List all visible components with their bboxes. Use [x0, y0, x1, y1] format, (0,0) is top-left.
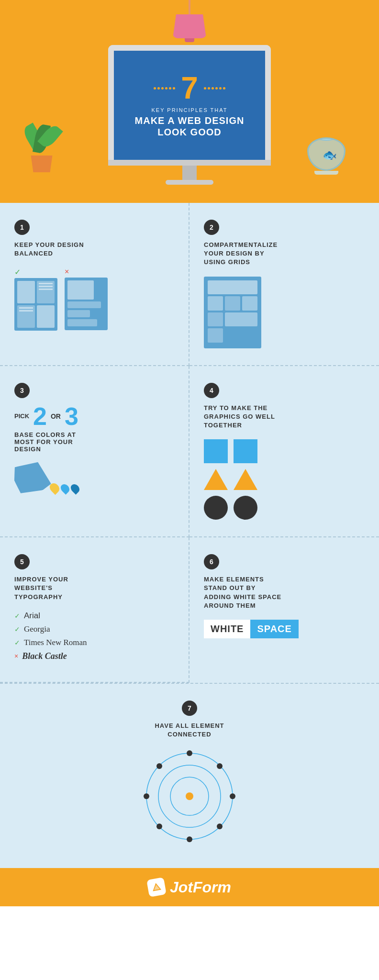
- line: [19, 307, 33, 309]
- monitor-screen: 7 KEY PRINCIPLES THAT MAKE A WEB DESIGNL…: [108, 45, 271, 160]
- dot: [208, 87, 210, 89]
- dot: [157, 87, 160, 89]
- dot: [169, 87, 171, 89]
- lamp-decoration: [173, 0, 206, 42]
- monitor-stand: [108, 160, 271, 166]
- svg-point-7: [144, 793, 149, 799]
- dot: [219, 87, 222, 89]
- line: [39, 289, 53, 290]
- plant-leaves: [29, 124, 55, 153]
- hero-number: 7: [181, 73, 198, 103]
- grid-block: [208, 280, 257, 295]
- monitor-neck: [182, 166, 197, 180]
- good-mockup: [14, 278, 57, 331]
- step-4-title: TRY TO MAKE THEGRAPHICS GO WELLTOGETHER: [204, 404, 365, 430]
- drop-blue2: [69, 482, 81, 494]
- grid-block: [242, 296, 257, 311]
- bowl-body: 🐟: [307, 137, 346, 171]
- step-1-title: KEEP YOUR DESIGNBALANCED: [14, 241, 174, 258]
- monitor-illustration: 7 KEY PRINCIPLES THAT MAKE A WEB DESIGNL…: [108, 45, 271, 185]
- good-layout: ✓: [14, 267, 57, 331]
- fish-icon: 🐟: [323, 148, 337, 162]
- num-2: 2: [33, 404, 47, 429]
- shapes-illustration: [204, 439, 256, 520]
- step-6-number: 6: [204, 554, 219, 569]
- hero-title: MAKE A WEB DESIGNLOOK GOOD: [135, 115, 245, 138]
- font-name-georgia: Georgia: [24, 624, 50, 634]
- shape-circle-2: [234, 496, 257, 520]
- monitor-foot: [166, 180, 213, 185]
- fishbowl-decoration: 🐟: [307, 137, 346, 175]
- footer: JotForm: [0, 868, 379, 906]
- font-item-georgia: ✓ Georgia: [14, 624, 174, 634]
- step-2-title: COMPARTMENTALIZEYOUR DESIGN BYUSING GRID…: [204, 241, 365, 267]
- font-item-times: ✓ Times New Roman: [14, 638, 174, 647]
- check-mark: ✓: [14, 267, 57, 277]
- step-3-number: 3: [14, 383, 30, 398]
- block: [37, 281, 55, 303]
- hero-section: 🐟 7: [0, 0, 379, 201]
- jotform-logo: JotForm: [148, 879, 231, 896]
- or-label: OR: [51, 412, 61, 420]
- font-list: ✓ Arial ✓ Georgia ✓ Times New Roman × Bl…: [14, 611, 174, 661]
- shape-square-2: [234, 439, 257, 463]
- dot: [215, 87, 218, 89]
- atom-diagram: [142, 748, 237, 844]
- dot: [173, 87, 175, 89]
- svg-point-4: [187, 750, 192, 756]
- step-6-title: MAKE ELEMENTSSTAND OUT BYADDING WHITE SP…: [204, 575, 365, 610]
- grid-block: [225, 312, 257, 327]
- lamp-base: [185, 38, 194, 42]
- line: [39, 286, 53, 287]
- color-count: PICK 2 OR 3: [14, 404, 174, 429]
- jotform-brand-text: JotForm: [170, 879, 231, 896]
- dot: [154, 87, 156, 89]
- step-2-number: 2: [204, 220, 219, 235]
- font-name-times: Times New Roman: [24, 638, 87, 647]
- svg-point-6: [187, 836, 192, 842]
- grid-block: [208, 312, 223, 327]
- svg-point-9: [217, 824, 223, 829]
- bad-mockup: [65, 278, 108, 330]
- step-5-cell: 5 IMPROVE YOURWEBSITE'STYPOGRAPHY ✓ Aria…: [0, 537, 190, 683]
- x-icon: ×: [14, 652, 18, 660]
- grid-mockup: [204, 277, 261, 348]
- bad-layout: ×: [65, 267, 108, 331]
- dot: [223, 87, 225, 89]
- dot: [212, 87, 214, 89]
- step-1-number: 1: [14, 220, 30, 235]
- paint-palette: [10, 457, 52, 498]
- block: [17, 305, 35, 328]
- step-6-cell: 6 MAKE ELEMENTSSTAND OUT BYADDING WHITE …: [190, 537, 379, 683]
- dots-right: [204, 87, 225, 89]
- base-colors-text: BASE COLORS ATMOST FOR YOURDESIGN: [14, 431, 174, 453]
- step-1-cell: 1 KEEP YOUR DESIGNBALANCED ✓: [0, 203, 190, 366]
- step-7-cell: 7 HAVE ALL ELEMENTCONNECTED: [0, 683, 379, 868]
- space-label: SPACE: [250, 620, 298, 638]
- block: [17, 281, 35, 303]
- pick-label: PICK: [14, 412, 29, 420]
- dot: [161, 87, 164, 89]
- x-mark: ×: [65, 267, 108, 276]
- grid-block: [225, 296, 240, 311]
- bowl-base: [314, 171, 338, 175]
- check-icon: ✓: [14, 639, 20, 646]
- step-5-number: 5: [14, 554, 30, 569]
- dots-left: [154, 87, 175, 89]
- white-label: WHITE: [204, 620, 250, 638]
- shape-circle-1: [204, 496, 228, 520]
- jotform-svg-icon: [150, 881, 162, 893]
- dot: [165, 87, 167, 89]
- step-7-title: HAVE ALL ELEMENTCONNECTED: [155, 722, 224, 739]
- grid-block: [208, 296, 223, 311]
- step-5-title: IMPROVE YOURWEBSITE'STYPOGRAPHY: [14, 575, 174, 601]
- shape-square-1: [204, 439, 228, 463]
- line: [39, 283, 53, 284]
- svg-point-5: [230, 793, 235, 799]
- num-3: 3: [65, 404, 78, 429]
- step-7-number: 7: [182, 701, 197, 716]
- whitespace-demo: WHITE SPACE: [204, 620, 365, 638]
- check-icon: ✓: [14, 625, 20, 633]
- lamp-cord: [189, 0, 190, 14]
- main-grid: 1 KEEP YOUR DESIGNBALANCED ✓: [0, 201, 379, 868]
